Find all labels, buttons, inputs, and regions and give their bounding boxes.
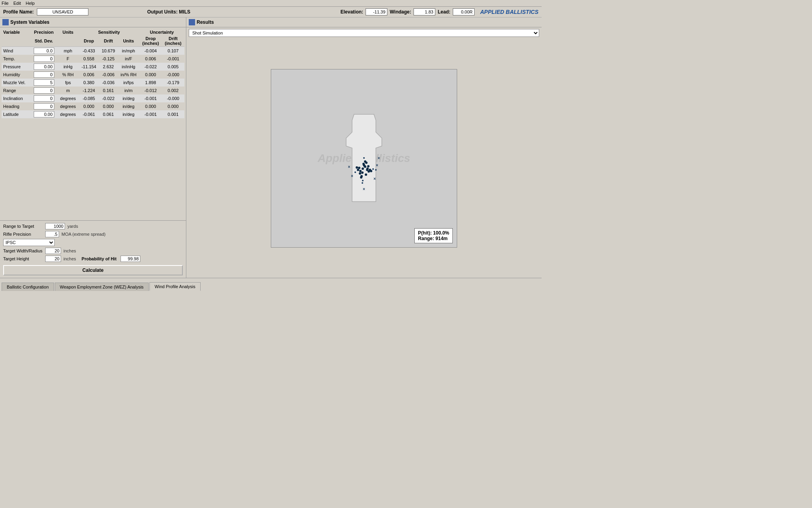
windage-input[interactable]	[414, 8, 435, 15]
menu-file[interactable]: File	[2, 1, 9, 6]
var-value	[31, 102, 57, 110]
prob-input[interactable]	[121, 256, 140, 262]
target-display: Applied Ballistics ×××××× P(hit): 100.0%…	[186, 38, 542, 278]
profile-name-label: Profile Name:	[3, 9, 34, 15]
var-sens-units: in/fps	[118, 79, 140, 87]
col-uncertainty: Uncertainty	[139, 29, 184, 35]
var-input[interactable]	[34, 71, 54, 78]
var-value	[31, 47, 57, 55]
range-text: Range: 914m	[418, 236, 449, 241]
scatter-dot	[362, 163, 365, 165]
var-unc-drift: 0.001	[162, 110, 184, 118]
var-unc-drift: -0.001	[162, 55, 184, 63]
var-units: degrees	[57, 110, 79, 118]
system-variables-title: System Variables	[10, 19, 50, 25]
var-drop: 0.006	[79, 71, 99, 79]
subheader-drift: Drift	[99, 35, 118, 47]
var-units: m	[57, 87, 79, 94]
var-unc-drop: -0.004	[139, 47, 162, 55]
var-name: Range	[2, 87, 31, 94]
scatter-dot	[356, 166, 358, 169]
col-variable: Variable	[2, 29, 31, 35]
var-unc-drop: -0.001	[139, 94, 162, 102]
scatter-x-mark: ×	[373, 177, 376, 181]
var-unc-drop: -0.012	[139, 87, 162, 94]
var-value	[31, 94, 57, 102]
subheader-drop-inches: Drop(inches)	[139, 35, 162, 47]
phit-text: P(hit): 100.0%	[418, 230, 449, 236]
profile-row: Profile Name: Output Units: MILS Elevati…	[0, 7, 542, 17]
scatter-x-mark: ×	[376, 163, 378, 167]
var-unc-drift: 0.002	[162, 87, 184, 94]
var-input[interactable]	[34, 56, 54, 62]
tab-wind-profile[interactable]: Wind Profile Analysis	[149, 282, 201, 291]
scatter-x-mark: ×	[363, 187, 365, 191]
var-drop: -0.061	[79, 110, 99, 118]
target-type-select[interactable]: IPSC Circle Rectangle	[3, 239, 55, 246]
var-drift: 2.632	[99, 63, 118, 71]
var-units: mph	[57, 47, 79, 55]
var-unc-drop: -0.022	[139, 63, 162, 71]
width-input[interactable]	[45, 248, 61, 254]
profile-name-input[interactable]	[37, 8, 88, 15]
var-input[interactable]	[34, 87, 54, 94]
height-input[interactable]	[45, 256, 61, 262]
scatter-dot	[361, 171, 364, 174]
var-value	[31, 63, 57, 71]
table-row: Humidity % RH 0.006 -0.006 in/% RH 0.000…	[2, 71, 184, 79]
scatter-dot	[362, 182, 363, 184]
var-name: Temp.	[2, 55, 31, 63]
var-drift: 0.000	[99, 102, 118, 110]
var-drift: 0.061	[99, 110, 118, 118]
var-name: Muzzle Vel.	[2, 79, 31, 87]
var-name: Heading	[2, 102, 31, 110]
var-input[interactable]	[34, 64, 54, 70]
var-units: degrees	[57, 94, 79, 102]
var-value	[31, 110, 57, 118]
var-input[interactable]	[34, 103, 54, 110]
scatter-x-mark: ×	[351, 173, 353, 178]
menu-edit[interactable]: Edit	[13, 1, 21, 6]
var-input[interactable]	[34, 111, 54, 117]
precision-row: Rifle Precision MOA (extreme spread)	[3, 231, 183, 237]
tab-wez-analysis[interactable]: Weapon Employment Zone (WEZ) Analysis	[55, 283, 149, 291]
col-units: Units	[57, 29, 79, 35]
precision-input[interactable]	[45, 231, 59, 237]
var-units: fps	[57, 79, 79, 87]
var-input[interactable]	[34, 79, 54, 86]
var-unc-drop: -0.001	[139, 110, 162, 118]
elevation-input[interactable]	[366, 8, 387, 15]
range-row: Range to Target yards	[3, 223, 183, 229]
results-dropdown[interactable]: Shot Simulation	[189, 29, 539, 37]
var-sens-units: in/deg	[118, 110, 140, 118]
range-label: Range to Target	[3, 224, 43, 229]
scatter-dot	[359, 172, 361, 175]
brand-label: APPLIED BALLISTICS	[480, 9, 538, 15]
var-input[interactable]	[34, 48, 54, 54]
col-sensitivity: Sensitivity	[79, 29, 139, 35]
scatter-dot	[362, 167, 364, 170]
height-unit: inches	[63, 256, 76, 261]
tab-ballistic-config[interactable]: Ballistic Configuration	[2, 283, 54, 291]
right-panel: Results Shot Simulation Applied Ballisti…	[186, 17, 542, 278]
elevation-label: Elevation:	[341, 9, 363, 15]
range-input[interactable]	[45, 223, 65, 229]
var-sens-units: in/mph	[118, 47, 140, 55]
var-units: degrees	[57, 102, 79, 110]
table-row: Pressure inHg -11.154 2.632 in/inHg -0.0…	[2, 63, 184, 71]
lead-input[interactable]	[453, 8, 475, 15]
menu-help[interactable]: Help	[26, 1, 35, 6]
range-unit: yards	[67, 224, 78, 229]
calculate-button[interactable]: Calculate	[3, 265, 183, 275]
scatter-dot	[360, 176, 362, 179]
width-unit: inches	[63, 248, 76, 253]
var-sens-units: in/% RH	[118, 71, 140, 79]
table-row: Latitude degrees -0.061 0.061 in/deg -0.…	[2, 110, 184, 118]
var-input[interactable]	[34, 95, 54, 102]
table-row: Inclination degrees -0.085 -0.022 in/deg…	[2, 94, 184, 102]
subheader-drift-inches: Drift(inches)	[162, 35, 184, 47]
target-type-row: IPSC Circle Rectangle	[3, 239, 183, 246]
scatter-dot	[365, 173, 367, 176]
var-sens-units: in/inHg	[118, 63, 140, 71]
var-value	[31, 55, 57, 63]
